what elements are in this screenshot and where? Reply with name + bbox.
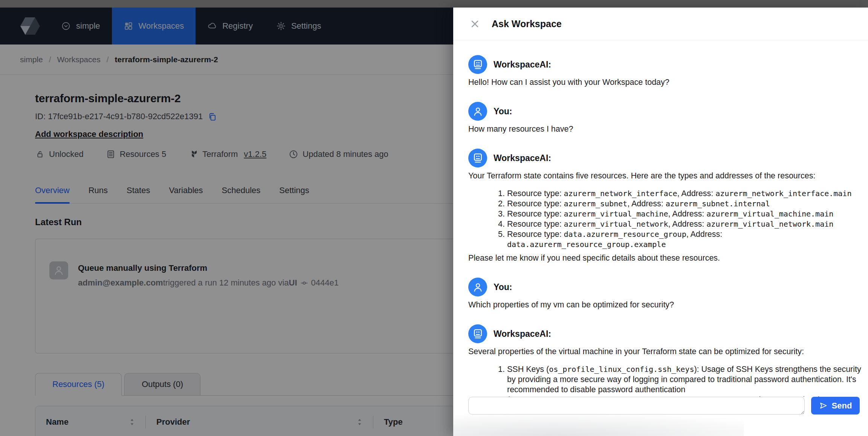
ai-avatar: [468, 55, 487, 74]
chat-message: You:How many resources I have?: [468, 102, 862, 134]
chat-sender-name: WorkspaceAI:: [494, 153, 551, 163]
robot-icon: [472, 152, 484, 164]
send-icon: [819, 401, 828, 410]
chat-message-header: You:: [468, 278, 862, 296]
chat-message: WorkspaceAI:Hello! How can I assist you …: [468, 55, 862, 88]
inline-code: azurerm_virtual_machine.main: [706, 209, 833, 218]
bottom-fade: [453, 411, 744, 436]
inline-code: os_profile_linux_config.ssh_keys: [549, 365, 694, 374]
send-button[interactable]: Send: [811, 397, 860, 415]
ai-avatar: [468, 324, 487, 343]
chat-sender-name: You:: [494, 106, 512, 117]
user-avatar: [468, 102, 487, 121]
chat-message-body: Which properties of my vm can be optimiz…: [468, 300, 862, 310]
user-avatar: [468, 278, 487, 296]
chat-list-item: Resource type: azurerm_virtual_network, …: [507, 219, 862, 229]
inline-code: azurerm_subnet.internal: [666, 199, 770, 208]
inline-code: azurerm_virtual_machine: [564, 209, 668, 218]
chat-input-row: Send: [468, 397, 860, 415]
chat-message-header: You:: [468, 102, 862, 121]
chat-message-header: WorkspaceAI:: [468, 324, 862, 343]
chat-list-item: Resource type: azurerm_subnet, Address: …: [507, 199, 862, 209]
chat-numbered-list: Resource type: azurerm_network_interface…: [468, 189, 862, 250]
chat-paragraph: Hello! How can I assist you with your Wo…: [468, 77, 862, 88]
close-icon[interactable]: [469, 18, 481, 30]
chat-numbered-list: SSH Keys (os_profile_linux_config.ssh_ke…: [468, 364, 862, 397]
robot-icon: [472, 328, 484, 340]
chat-input[interactable]: [468, 397, 805, 415]
inline-code: azurerm_virtual_network.main: [706, 220, 833, 229]
inline-code: data.azurerm_resource_group.example: [507, 240, 666, 249]
drawer-header: Ask Workspace: [453, 8, 868, 40]
chat-message: WorkspaceAI:Your Terraform state contain…: [468, 149, 862, 263]
chat-message-header: WorkspaceAI:: [468, 149, 862, 167]
chat-sender-name: You:: [494, 282, 512, 292]
chat-paragraph: Several properties of the virtual machin…: [468, 347, 862, 357]
chat-message-body: Your Terraform state contains five resou…: [468, 171, 862, 263]
send-label: Send: [832, 401, 852, 411]
chat-message: You:Which properties of my vm can be opt…: [468, 278, 862, 310]
chat-sender-name: WorkspaceAI:: [494, 60, 551, 70]
chat-paragraph: How many resources I have?: [468, 124, 862, 134]
chat-sender-name: WorkspaceAI:: [494, 329, 551, 339]
chat-paragraph: Which properties of my vm can be optimiz…: [468, 300, 862, 310]
ai-avatar: [468, 149, 487, 167]
person-icon: [472, 281, 484, 293]
chat-message-body: How many resources I have?: [468, 124, 862, 134]
chat-paragraph: Please let me know if you need specific …: [468, 253, 862, 263]
chat-message: WorkspaceAI:Several properties of the vi…: [468, 324, 862, 397]
drawer-title: Ask Workspace: [492, 18, 562, 29]
chat-paragraph: Your Terraform state contains five resou…: [468, 171, 862, 181]
chat-message-header: WorkspaceAI:: [468, 55, 862, 74]
inline-code: azurerm_subnet: [564, 199, 628, 208]
chat-list-item: Resource type: azurerm_virtual_machine, …: [507, 209, 862, 219]
robot-icon: [472, 59, 484, 71]
inline-code: data.azurerm_resource_group: [564, 230, 686, 239]
inline-code: azurerm_network_interface.main: [715, 189, 851, 198]
chat-message-body: Hello! How can I assist you with your Wo…: [468, 77, 862, 88]
screen: simpleWorkspacesRegistrySettings simple/…: [0, 0, 868, 436]
chat-message-body: Several properties of the virtual machin…: [468, 347, 862, 397]
inline-code: azurerm_network_interface: [564, 189, 677, 198]
chat-message-list: WorkspaceAI:Hello! How can I assist you …: [453, 41, 868, 397]
chat-list-item: Resource type: data.azurerm_resource_gro…: [507, 229, 862, 250]
ask-workspace-drawer: Ask Workspace WorkspaceAI:Hello! How can…: [453, 8, 868, 436]
person-icon: [472, 106, 484, 117]
chat-list-item: SSH Keys (os_profile_linux_config.ssh_ke…: [507, 364, 862, 397]
inline-code: azurerm_virtual_network: [564, 220, 668, 229]
chat-list-item: Resource type: azurerm_network_interface…: [507, 189, 862, 199]
